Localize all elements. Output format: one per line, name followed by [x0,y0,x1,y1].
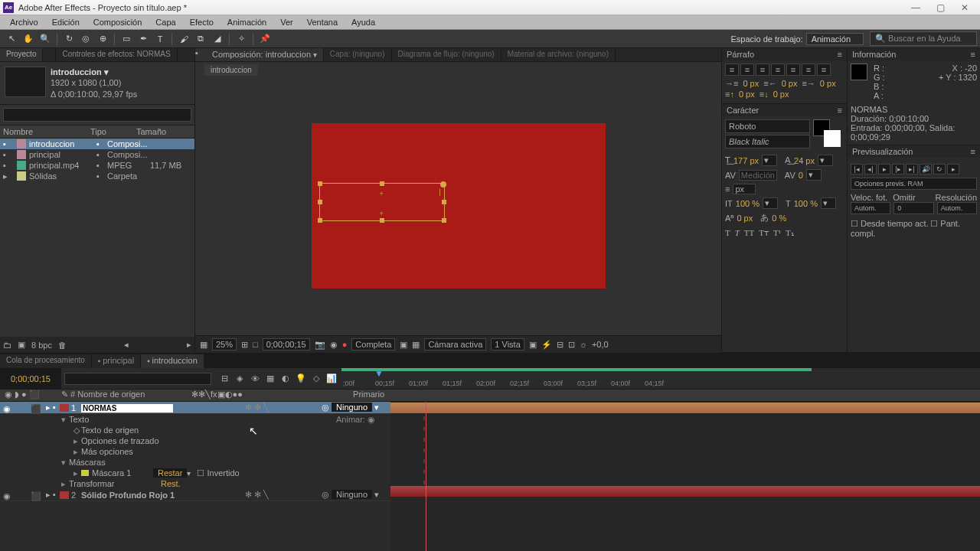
last-frame-button[interactable]: ▸| [906,164,918,174]
pan-behind-tool[interactable]: ⊕ [95,31,110,47]
prop-mask1[interactable]: Máscara 1 [92,468,153,478]
text-tool[interactable]: T [152,31,168,47]
layer-bar[interactable] [390,403,980,413]
reset-button[interactable]: Rest. [161,479,181,488]
mask-mode-dropdown[interactable]: Restar [153,468,187,478]
help-search[interactable]: 🔍 Buscar en la Ayuda [870,31,977,46]
project-list[interactable]: ▪ introduccion▪ Composi... ▪ principal▪ … [0,139,194,337]
snapshot-icon[interactable]: 📷 [315,340,325,350]
timeline-icon[interactable]: ⊟ [557,340,564,350]
exposure-value[interactable]: +0,0 [592,340,609,349]
layer-outline[interactable]: ◉⬛ ▸ ▪ 1 ✻ ✻ ╲ ◎ Ninguno ▾ ▾TextoAnimar:… [0,402,390,551]
delete-button[interactable]: 🗑 [58,341,67,350]
animate-button[interactable]: Animar: ◉ [336,415,375,425]
view-dropdown[interactable]: 1 Vista [491,338,524,350]
pixel-icon[interactable]: ▣ [529,340,537,350]
transparency-icon[interactable]: ▦ [412,340,420,350]
frame-blend-button[interactable]: ▦ [263,372,277,386]
first-frame-button[interactable]: |◂ [851,164,863,174]
small-caps[interactable]: Tᴛ [759,228,769,238]
hscale[interactable]: 100 % [794,199,818,208]
selection-tool[interactable]: ↖ [4,31,19,47]
panel-menu-icon[interactable]: ≡ [838,50,842,59]
stroke-swatch[interactable] [824,130,841,147]
font-size[interactable]: 177 px [733,156,759,165]
menu-archivo[interactable]: Archivo [3,16,45,28]
font-style-dropdown[interactable]: Black Italic [725,135,810,148]
show-icon[interactable]: ◉ [330,340,338,350]
brush-tool[interactable]: 🖌 [176,31,191,47]
menu-composicion[interactable]: Composición [87,16,149,28]
superscript[interactable]: T¹ [773,228,781,238]
subscript[interactable]: T₁ [786,228,794,238]
tsume[interactable]: 0 % [772,214,786,223]
col-name[interactable]: Nombre [3,127,80,136]
menu-ayuda[interactable]: Ayuda [345,16,382,28]
project-search[interactable] [3,108,191,122]
project-tab[interactable]: Proyecto [0,48,43,61]
minimize-button[interactable]: — [903,1,928,15]
prop-more-options[interactable]: Más opciones [81,447,390,456]
project-item[interactable]: ▪ introduccion▪ Composi... [0,139,194,149]
bpc-button[interactable]: 8 bpc [31,341,52,350]
leading[interactable]: 24 px [794,156,815,165]
render-queue-tab[interactable]: Cola de procesamiento [0,354,92,368]
faux-bold[interactable]: T [725,228,730,238]
stroke-width[interactable]: px [733,184,756,194]
workspace-dropdown[interactable]: Animación [806,33,864,45]
motion-blur-button[interactable]: ◐ [279,372,292,386]
play-button[interactable]: ▸ [878,164,890,174]
panel-menu-icon[interactable]: ≡ [971,147,975,156]
menu-efecto[interactable]: Efecto [183,16,220,28]
layer-name-input[interactable] [81,404,173,412]
timeline-tab-principal[interactable]: ▪ principal [92,354,141,368]
indent-right[interactable]: 0 px [782,79,798,88]
faux-italic[interactable]: T [735,228,740,238]
fast-preview-icon[interactable]: ⚡ [541,340,552,350]
comp-breadcrumb[interactable]: introduccion [204,64,258,76]
flowchart-icon[interactable]: ⊡ [568,340,575,350]
rect-tool[interactable]: ▭ [119,31,134,47]
camera-tool[interactable]: ◎ [78,31,93,47]
fps-dropdown[interactable]: Autom. [851,202,890,214]
time-ruler[interactable]: ;00f 00;15f 01;00f 01;15f 02;00f 02;15f … [341,368,980,389]
roi-icon[interactable]: ▣ [400,340,407,350]
maximize-button[interactable]: ▢ [928,1,952,15]
kerning-dropdown[interactable]: Medición [739,170,777,181]
timeline-tab-introduccion[interactable]: ▪ introduccion [141,354,204,368]
resolution-dropdown[interactable]: Completa [351,338,395,350]
align-center-button[interactable]: ≡ [740,64,754,76]
parrafo-header[interactable]: Párrafo [727,50,754,59]
camera-dropdown[interactable]: Cámara activa [424,338,486,350]
close-button[interactable]: ✕ [952,1,977,15]
space-before[interactable]: 0 px [739,90,755,99]
skip-dropdown[interactable]: 0 [893,202,933,214]
prop-texto[interactable]: Texto [69,415,336,424]
res-dropdown[interactable]: Autom. [937,202,977,214]
ram-preview-button[interactable]: ▸ [947,164,959,174]
prev-frame-button[interactable]: ◂| [864,164,877,174]
zoom-tool[interactable]: 🔍 [38,31,53,47]
info-header[interactable]: Información [852,50,896,59]
indent-left[interactable]: 0 px [743,79,759,88]
pen-tool[interactable]: ✒ [136,31,151,47]
ram-options[interactable]: Opciones previs. RAM [851,178,977,190]
next-frame-button[interactable]: |▸ [892,164,904,174]
panel-menu-icon[interactable]: ≡ [838,106,842,115]
preview-header[interactable]: Previsualización [852,147,913,156]
eraser-tool[interactable]: ◢ [210,31,225,47]
menu-edicion[interactable]: Edición [45,16,87,28]
menu-ventana[interactable]: Ventana [300,16,345,28]
project-item[interactable]: ▸ Sólidas▪ Carpeta [0,171,194,182]
zoom-dropdown[interactable]: 25% [212,338,237,350]
indent-first[interactable]: 0 px [820,79,836,88]
grid-icon[interactable]: ▦ [200,340,207,350]
comp-tab-footage[interactable]: Material de archivo: (ninguno) [501,48,616,61]
space-after[interactable]: 0 px [773,90,789,99]
parent-dropdown[interactable]: Ninguno [332,490,372,499]
canvas[interactable]: + + | [312,123,606,289]
menu-capa[interactable]: Capa [149,16,182,28]
hide-shy-button[interactable]: 👁 [248,372,262,386]
new-comp-button[interactable]: ▣ [18,340,25,350]
comp-tab-active[interactable]: Composición: introduccion ▾ [206,48,324,61]
